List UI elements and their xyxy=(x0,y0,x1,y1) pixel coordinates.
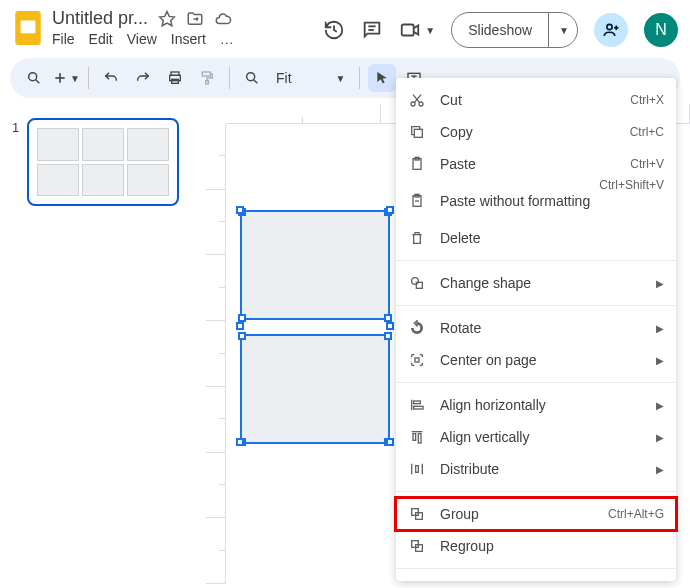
menu-shortcut: Ctrl+X xyxy=(630,93,664,107)
slide-thumbnail[interactable] xyxy=(27,118,179,206)
svg-line-11 xyxy=(36,80,40,84)
menu-separator xyxy=(396,305,676,306)
slideshow-label[interactable]: Slideshow xyxy=(452,22,548,38)
slideshow-dropdown[interactable]: ▼ xyxy=(548,13,577,47)
filmstrip-slide-1[interactable]: 1 xyxy=(12,118,188,206)
submenu-arrow-icon: ▶ xyxy=(656,432,664,443)
menu-regroup[interactable]: Regroup xyxy=(396,530,676,562)
menu-label: Change shape xyxy=(440,275,642,291)
comments-icon[interactable] xyxy=(361,19,383,41)
menu-label: Paste xyxy=(440,156,616,172)
menu-separator xyxy=(396,568,676,569)
slide-number: 1 xyxy=(12,118,19,206)
svg-point-7 xyxy=(607,24,612,29)
menu-shortcut: Ctrl+Shift+V xyxy=(599,178,664,192)
menu-edit[interactable]: Edit xyxy=(89,31,113,47)
title-area: Untitled pr... File Edit View Insert … xyxy=(52,8,315,47)
menu-rotate[interactable]: Rotate ▶ xyxy=(396,312,676,344)
undo-button[interactable] xyxy=(97,64,125,92)
app-header: Untitled pr... File Edit View Insert … ▼… xyxy=(0,0,690,52)
slides-logo[interactable] xyxy=(12,8,44,48)
star-icon[interactable] xyxy=(158,10,176,28)
menu-center-on-page[interactable]: Center on page ▶ xyxy=(396,344,676,376)
header-actions: ▼ Slideshow ▼ N xyxy=(323,12,678,48)
svg-point-34 xyxy=(412,278,419,285)
menu-paste-without-formatting[interactable]: Paste without formatting Ctrl+Shift+V xyxy=(396,180,676,222)
meet-button[interactable]: ▼ xyxy=(399,19,435,41)
distribute-icon xyxy=(408,460,426,478)
zoom-fit-select[interactable]: Fit▼ xyxy=(270,70,351,86)
svg-point-10 xyxy=(29,73,37,81)
submenu-arrow-icon: ▶ xyxy=(656,278,664,289)
share-button[interactable] xyxy=(594,13,628,47)
svg-rect-39 xyxy=(414,406,423,409)
shape-rectangle[interactable] xyxy=(240,210,390,320)
svg-point-19 xyxy=(247,73,255,81)
menu-label: Copy xyxy=(440,124,616,140)
menu-delete[interactable]: Delete xyxy=(396,222,676,254)
menu-label: Rotate xyxy=(440,320,642,336)
svg-line-27 xyxy=(413,95,420,103)
svg-line-26 xyxy=(414,95,421,103)
menu-align-vertically[interactable]: Align vertically ▶ xyxy=(396,421,676,453)
submenu-arrow-icon: ▶ xyxy=(656,464,664,475)
svg-rect-18 xyxy=(206,81,209,84)
cut-icon xyxy=(408,91,426,109)
context-menu: Cut Ctrl+X Copy Ctrl+C Paste Ctrl+V Past… xyxy=(396,78,676,581)
svg-rect-28 xyxy=(414,129,422,137)
menu-label: Align horizontally xyxy=(440,397,642,413)
menu-shortcut: Ctrl+V xyxy=(630,157,664,171)
search-menus-button[interactable] xyxy=(20,64,48,92)
menu-separator xyxy=(396,491,676,492)
svg-line-20 xyxy=(254,80,258,84)
zoom-button[interactable] xyxy=(238,64,266,92)
svg-marker-3 xyxy=(160,11,175,25)
redo-button[interactable] xyxy=(129,64,157,92)
rotate-icon xyxy=(408,319,426,337)
select-tool-button[interactable] xyxy=(368,64,396,92)
submenu-arrow-icon: ▶ xyxy=(656,400,664,411)
menu-separator xyxy=(396,260,676,261)
menu-shortcut: Ctrl+Alt+G xyxy=(608,507,664,521)
menu-label: Delete xyxy=(440,230,664,246)
selected-shapes[interactable] xyxy=(240,210,390,442)
svg-rect-36 xyxy=(415,358,419,362)
menu-more[interactable]: … xyxy=(220,31,234,47)
submenu-arrow-icon: ▶ xyxy=(656,323,664,334)
menu-copy[interactable]: Copy Ctrl+C xyxy=(396,116,676,148)
submenu-arrow-icon: ▶ xyxy=(656,355,664,366)
menu-view[interactable]: View xyxy=(127,31,157,47)
align-horizontal-icon xyxy=(408,396,426,414)
shape-rectangle[interactable] xyxy=(240,334,390,444)
center-on-page-icon xyxy=(408,351,426,369)
menu-label: Center on page xyxy=(440,352,642,368)
menu-distribute[interactable]: Distribute ▶ xyxy=(396,453,676,485)
svg-rect-38 xyxy=(414,401,421,404)
paint-format-button[interactable] xyxy=(193,64,221,92)
svg-rect-42 xyxy=(418,434,421,443)
menu-align-horizontally[interactable]: Align horizontally ▶ xyxy=(396,389,676,421)
menu-change-shape[interactable]: Change shape ▶ xyxy=(396,267,676,299)
menu-insert[interactable]: Insert xyxy=(171,31,206,47)
slideshow-button[interactable]: Slideshow ▼ xyxy=(451,12,578,48)
svg-rect-41 xyxy=(413,434,416,441)
menu-shortcut: Ctrl+C xyxy=(630,125,664,139)
filmstrip-panel: 1 xyxy=(0,104,200,584)
menu-label: Group xyxy=(440,506,594,522)
print-button[interactable] xyxy=(161,64,189,92)
cloud-saved-icon[interactable] xyxy=(214,10,232,28)
document-title[interactable]: Untitled pr... xyxy=(52,8,148,29)
menu-label: Align vertically xyxy=(440,429,642,445)
menu-file[interactable]: File xyxy=(52,31,75,47)
menu-cut[interactable]: Cut Ctrl+X xyxy=(396,84,676,116)
copy-icon xyxy=(408,123,426,141)
menu-group[interactable]: Group Ctrl+Alt+G xyxy=(396,498,676,530)
menu-label: Cut xyxy=(440,92,616,108)
new-slide-button[interactable]: ▼ xyxy=(52,64,80,92)
paste-plain-icon xyxy=(408,192,426,210)
menu-paste[interactable]: Paste Ctrl+V xyxy=(396,148,676,180)
account-avatar[interactable]: N xyxy=(644,13,678,47)
regroup-icon xyxy=(408,537,426,555)
history-icon[interactable] xyxy=(323,19,345,41)
move-to-folder-icon[interactable] xyxy=(186,10,204,28)
